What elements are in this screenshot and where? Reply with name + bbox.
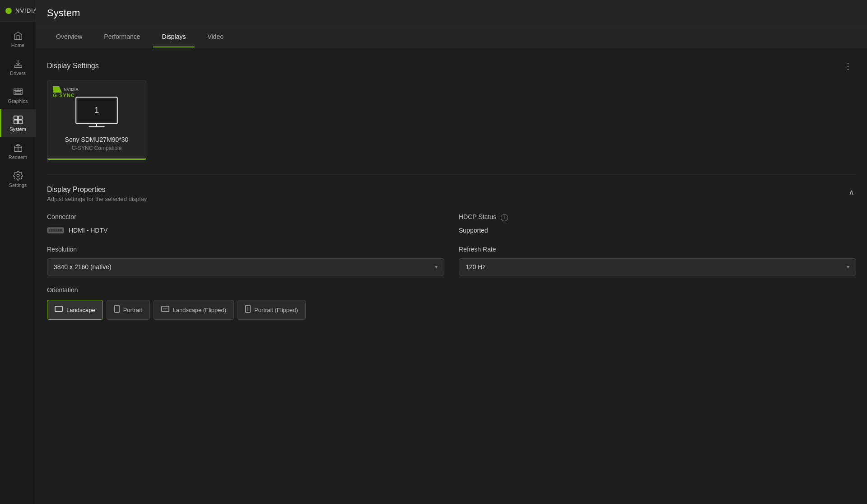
- refresh-rate-value: 120 Hz: [466, 263, 485, 271]
- connector-label: Connector: [47, 213, 444, 220]
- orientation-portrait-button[interactable]: Portrait: [107, 300, 150, 320]
- hdcp-info-icon[interactable]: i: [501, 214, 508, 221]
- svg-rect-9: [14, 120, 17, 124]
- landscape-svg: [55, 306, 63, 312]
- svg-rect-8: [18, 116, 22, 120]
- gsync-logo: NVIDIA: [53, 86, 79, 93]
- connector-group: Connector: [47, 213, 444, 235]
- resolution-dropdown-arrow: ▾: [435, 264, 438, 270]
- portrait-flipped-icon: [245, 305, 251, 315]
- app-logo: NVIDIA: [0, 0, 36, 22]
- landscape-label: Landscape: [66, 307, 95, 313]
- resolution-refresh-grid: Resolution 3840 x 2160 (native) ▾ Refres…: [47, 246, 856, 275]
- orientation-label: Orientation: [47, 286, 856, 294]
- sidebar-item-settings-label: Settings: [9, 182, 27, 188]
- svg-rect-20: [49, 229, 62, 232]
- landscape-flipped-icon: [161, 306, 169, 314]
- hdmi-connector-icon: [47, 226, 64, 235]
- svg-marker-13: [53, 86, 62, 93]
- connector-text: HDMI - HDTV: [69, 227, 107, 234]
- svg-text:1: 1: [94, 105, 99, 115]
- monitor-name: Sony SDMU27M90*30: [65, 136, 129, 143]
- sidebar-nav: Home Drivers: [0, 22, 36, 193]
- svg-rect-27: [115, 305, 119, 313]
- tab-overview[interactable]: Overview: [47, 27, 91, 47]
- hdcp-status-value: Supported: [459, 227, 856, 234]
- display-properties-title-group: Display Properties Adjust settings for t…: [47, 186, 147, 202]
- connector-value: HDMI - HDTV: [47, 226, 444, 235]
- collapse-button[interactable]: ∧: [847, 186, 856, 199]
- portrait-svg: [114, 305, 120, 313]
- refresh-rate-dropdown[interactable]: 120 Hz ▾: [459, 258, 856, 275]
- hdcp-group: HDCP Status i Supported: [459, 213, 856, 235]
- display-settings-title: Display Settings: [47, 62, 99, 70]
- nvidia-gsync-nvidia-text: NVIDIA: [64, 87, 79, 92]
- sidebar-item-system[interactable]: System: [0, 109, 36, 137]
- portrait-flipped-label: Portrait (Flipped): [254, 307, 298, 313]
- sidebar: NVIDIA Home Drivers: [0, 0, 36, 504]
- svg-rect-6: [15, 92, 21, 93]
- display-settings-header: Display Settings ⋮: [47, 59, 856, 73]
- resolution-value: 3840 x 2160 (native): [54, 263, 112, 271]
- sidebar-item-drivers[interactable]: Drivers: [0, 53, 36, 81]
- redeem-icon: [13, 143, 23, 153]
- landscape-flipped-svg: [161, 306, 169, 312]
- portrait-icon: [114, 305, 120, 315]
- app-name: NVIDIA: [15, 7, 37, 14]
- monitor-svg: 1: [74, 95, 119, 129]
- display-properties-title: Display Properties: [47, 186, 147, 194]
- orientation-buttons-group: Landscape Portrait: [47, 300, 856, 320]
- refresh-rate-group: Refresh Rate 120 Hz ▾: [459, 246, 856, 275]
- monitor-card-1[interactable]: NVIDIA G-SYNC 1: [47, 80, 146, 160]
- connector-hdcp-grid: Connector: [47, 213, 856, 235]
- portrait-label: Portrait: [123, 307, 142, 313]
- display-properties-subtitle: Adjust settings for the selected display: [47, 196, 147, 202]
- sidebar-item-settings[interactable]: Settings: [0, 165, 36, 193]
- content-area: Display Settings ⋮ NVIDIA G-SYNC: [36, 48, 867, 504]
- monitor-display-icon: 1: [74, 95, 119, 131]
- landscape-flipped-label: Landscape (Flipped): [173, 307, 227, 313]
- sidebar-item-system-label: System: [9, 126, 26, 132]
- landscape-icon: [55, 306, 63, 314]
- settings-icon: [13, 171, 23, 181]
- svg-rect-0: [14, 66, 22, 68]
- refresh-rate-label: Refresh Rate: [459, 246, 856, 253]
- svg-rect-10: [18, 120, 22, 124]
- page-title: System: [47, 7, 856, 19]
- refresh-dropdown-arrow: ▾: [847, 264, 849, 270]
- svg-rect-26: [55, 306, 62, 312]
- tab-performance[interactable]: Performance: [95, 27, 149, 47]
- resolution-dropdown[interactable]: 3840 x 2160 (native) ▾: [47, 258, 444, 275]
- main-content: System Overview Performance Displays Vid…: [36, 0, 867, 504]
- sidebar-item-graphics-label: Graphics: [8, 98, 28, 104]
- display-properties-header: Display Properties Adjust settings for t…: [47, 186, 856, 202]
- nvidia-logo-dot: [5, 8, 12, 14]
- tab-displays[interactable]: Displays: [153, 27, 195, 47]
- sidebar-item-home[interactable]: Home: [0, 25, 36, 53]
- page-header: System: [36, 0, 867, 27]
- resolution-label: Resolution: [47, 246, 444, 253]
- more-options-button[interactable]: ⋮: [840, 59, 856, 73]
- nvidia-small-icon: [53, 86, 62, 93]
- monitor-subtitle: G-SYNC Compatible: [72, 145, 122, 151]
- drivers-icon: [13, 59, 23, 69]
- hdmi-icon: [47, 226, 64, 235]
- orientation-portrait-flipped-button[interactable]: Portrait (Flipped): [238, 300, 306, 320]
- home-icon: [13, 31, 23, 41]
- portrait-flipped-svg: [245, 305, 251, 313]
- svg-rect-7: [14, 116, 17, 120]
- sidebar-item-graphics[interactable]: Graphics: [0, 81, 36, 109]
- sidebar-item-home-label: Home: [11, 42, 24, 48]
- sidebar-item-drivers-label: Drivers: [10, 70, 26, 76]
- monitor-grid: NVIDIA G-SYNC 1: [47, 80, 856, 160]
- gsync-badge: NVIDIA G-SYNC: [53, 86, 79, 98]
- orientation-landscape-button[interactable]: Landscape: [47, 300, 103, 320]
- graphics-icon: [13, 87, 23, 97]
- orientation-landscape-flipped-button[interactable]: Landscape (Flipped): [154, 300, 234, 320]
- system-icon: [13, 115, 23, 125]
- resolution-group: Resolution 3840 x 2160 (native) ▾: [47, 246, 444, 275]
- active-indicator: [0, 109, 1, 137]
- sidebar-item-redeem-label: Redeem: [9, 154, 28, 160]
- sidebar-item-redeem[interactable]: Redeem: [0, 137, 36, 165]
- tab-video[interactable]: Video: [198, 27, 233, 47]
